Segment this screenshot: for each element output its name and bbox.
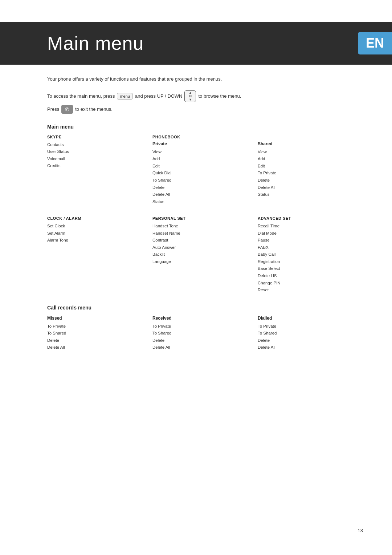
pb-shared-delete: Delete <box>258 177 356 184</box>
skype-header: SKYPE <box>47 135 145 139</box>
pb-private-delete: Delete <box>152 184 250 191</box>
pb-shared-toprivate: To Private <box>258 170 356 177</box>
missed-column: Missed To Private To Shared Delete Delet… <box>47 316 152 351</box>
advanced-registration: Registration <box>258 258 356 266</box>
personal-contrast: Contrast <box>152 237 250 244</box>
advanced-change-pin: Change PIN <box>258 280 356 287</box>
phonebook-private-column: PHONEBOOK Private View Add Edit Quick Di… <box>152 135 258 205</box>
phonebook-shared-empty-header <box>258 135 356 139</box>
received-header: Received <box>152 316 250 321</box>
pb-private-deleteall: Delete All <box>152 191 250 198</box>
clock-alarmtone: Alarm Tone <box>47 237 145 244</box>
phonebook-private-subheader: Private <box>152 141 250 146</box>
call-records-heading: Call records menu <box>47 305 363 311</box>
skype-column: SKYPE Contacts User Status Voicemail Cre… <box>47 135 152 205</box>
call-records-grid: Missed To Private To Shared Delete Delet… <box>47 316 363 351</box>
skype-contacts: Contacts <box>47 141 145 149</box>
pb-private-quickdial: Quick Dial <box>152 170 250 177</box>
pb-private-view: View <box>152 149 250 156</box>
instruction2-post: to exit the menus. <box>75 106 113 112</box>
main-menu-grid-2: CLOCK / ALARM Set Clock Set Alarm Alarm … <box>47 216 363 293</box>
clock-setclock: Set Clock <box>47 223 145 230</box>
personal-auto-answer: Auto Answer <box>152 244 250 251</box>
pb-private-toshared: To Shared <box>152 177 250 184</box>
menu-key: menu <box>117 93 133 100</box>
phonebook-header: PHONEBOOK <box>152 135 250 139</box>
pb-private-add: Add <box>152 155 250 163</box>
dialled-deleteall: Delete All <box>258 344 356 351</box>
pb-shared-add: Add <box>258 155 356 163</box>
advanced-delete-hs: Delete HS <box>258 272 356 280</box>
personal-set-column: PERSONAL SET Handset Tone Handset Name C… <box>152 216 258 293</box>
pb-shared-status: Status <box>258 191 356 198</box>
pb-shared-view: View <box>258 149 356 156</box>
end-key: ✆ <box>61 105 73 114</box>
personal-backlit: Backlit <box>152 251 250 258</box>
dialled-header: Dialled <box>258 316 356 321</box>
missed-toshared: To Shared <box>47 330 145 337</box>
advanced-pabx: PABX <box>258 244 356 251</box>
received-deleteall: Delete All <box>152 344 250 351</box>
instruction1-pre: To access the main menu, press <box>47 93 115 99</box>
received-toprivate: To Private <box>152 323 250 330</box>
skype-user-status: User Status <box>47 148 145 155</box>
advanced-dial-mode: Dial Mode <box>258 230 356 237</box>
dialled-column: Dialled To Private To Shared Delete Dele… <box>258 316 363 351</box>
missed-header: Missed <box>47 316 145 321</box>
personal-handset-tone: Handset Tone <box>152 223 250 230</box>
skype-credits: Credits <box>47 162 145 170</box>
clock-setalarm: Set Alarm <box>47 230 145 237</box>
page-title: Main menu <box>47 32 144 54</box>
personal-handset-name: Handset Name <box>152 230 250 237</box>
skype-voicemail: Voicemail <box>47 155 145 163</box>
received-toshared: To Shared <box>152 330 250 337</box>
advanced-baby-call: Baby Call <box>258 251 356 258</box>
dialled-toshared: To Shared <box>258 330 356 337</box>
header-bar: Main menu EN <box>0 22 392 65</box>
received-delete: Delete <box>152 337 250 344</box>
pb-shared-deleteall: Delete All <box>258 184 356 191</box>
pb-private-status: Status <box>152 198 250 206</box>
missed-deleteall: Delete All <box>47 344 145 351</box>
instruction1-mid: and press UP / DOWN <box>135 93 183 99</box>
main-menu-heading: Main menu <box>47 124 363 130</box>
instruction-line-1: To access the main menu, press menu and … <box>47 90 363 102</box>
pb-private-edit: Edit <box>152 163 250 170</box>
advanced-set-header: ADVANCED SET <box>258 216 356 220</box>
advanced-reset: Reset <box>258 287 356 294</box>
phonebook-shared-subheader: Shared <box>258 141 356 146</box>
missed-toprivate: To Private <box>47 323 145 330</box>
clock-alarm-header: CLOCK / ALARM <box>47 216 145 220</box>
intro-text: Your phone offers a variety of functions… <box>47 76 363 83</box>
missed-delete: Delete <box>47 337 145 344</box>
page-number: 13 <box>358 528 363 533</box>
advanced-set-column: ADVANCED SET Recall Time Dial Mode Pause… <box>258 216 363 293</box>
page: Main menu EN Your phone offers a variety… <box>0 0 392 555</box>
advanced-recall-time: Recall Time <box>258 223 356 230</box>
advanced-pause: Pause <box>258 237 356 244</box>
nav-key: ▲ ▮▮ ▼ <box>184 90 196 102</box>
pb-shared-edit: Edit <box>258 163 356 170</box>
call-records-section: Call records menu Missed To Private To S… <box>47 305 363 351</box>
instruction-line-2: Press ✆ to exit the menus. <box>47 105 363 114</box>
received-column: Received To Private To Shared Delete Del… <box>152 316 258 351</box>
phone-end-icon: ✆ <box>65 106 69 112</box>
instruction2-pre: Press <box>47 106 59 112</box>
lang-badge: EN <box>358 32 392 54</box>
phonebook-shared-column: Shared View Add Edit To Private Delete D… <box>258 135 363 205</box>
main-menu-grid-1: SKYPE Contacts User Status Voicemail Cre… <box>47 135 363 205</box>
dialled-toprivate: To Private <box>258 323 356 330</box>
personal-set-header: PERSONAL SET <box>152 216 250 220</box>
clock-alarm-column: CLOCK / ALARM Set Clock Set Alarm Alarm … <box>47 216 152 293</box>
dialled-delete: Delete <box>258 337 356 344</box>
instruction1-post: to browse the menu. <box>198 93 241 99</box>
advanced-base-select: Base Select <box>258 265 356 272</box>
personal-language: Language <box>152 258 250 266</box>
